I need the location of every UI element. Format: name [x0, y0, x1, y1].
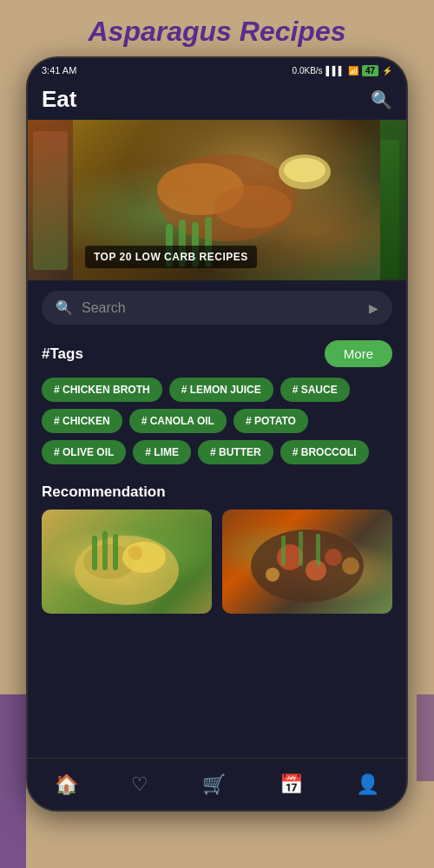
svg-rect-12	[102, 531, 108, 570]
rec-card-2[interactable]	[222, 510, 392, 614]
hero-section: TOP 20 LOW CARB RECIPES	[28, 120, 406, 280]
tag-olive-oil[interactable]: # OLIVE OIL	[42, 440, 126, 464]
signal-icon: ▌▌▌	[326, 66, 345, 76]
tag-butter[interactable]: # BUTTER	[198, 440, 273, 464]
bottom-nav: 🏠 ♡ 🛒 📅 👤	[28, 758, 406, 810]
search-input[interactable]: Search	[82, 300, 360, 316]
search-icon: 🔍	[56, 299, 73, 316]
recommendation-grid	[42, 510, 392, 614]
status-time: 3:41 AM	[42, 65, 76, 76]
tag-canola-oil[interactable]: # CANOLA OIL	[129, 409, 227, 433]
tags-header: #Tags More	[42, 340, 392, 367]
hero-side-left	[28, 120, 73, 280]
svg-point-24	[342, 557, 359, 575]
nav-cart[interactable]: 🛒	[195, 770, 233, 799]
nav-home[interactable]: 🏠	[48, 770, 85, 799]
app-name-label: Eat	[42, 86, 76, 112]
tag-sauce[interactable]: # SAUCE	[280, 378, 350, 402]
page-title: Asparagus Recipes	[0, 0, 434, 56]
nav-favorites[interactable]: ♡	[124, 770, 155, 799]
calendar-icon: 📅	[279, 773, 303, 796]
svg-rect-11	[92, 536, 97, 570]
hero-badge[interactable]: TOP 20 LOW CARB RECIPES	[85, 246, 257, 268]
nav-profile[interactable]: 👤	[349, 770, 386, 799]
recommendation-title: Recommendation	[42, 483, 392, 501]
battery-indicator: 47	[362, 65, 378, 76]
profile-icon: 👤	[356, 773, 379, 796]
more-tags-button[interactable]: More	[325, 340, 392, 367]
cart-icon: 🛒	[202, 773, 226, 796]
tag-chicken[interactable]: # CHICKEN	[42, 409, 122, 433]
top-bar: Eat Fresh 🔍	[28, 82, 406, 120]
search-bar[interactable]: 🔍 Search ▶	[42, 291, 392, 325]
wifi-icon: 📶	[348, 66, 358, 76]
hero-side-right	[380, 120, 406, 280]
tags-row-3: # OLIVE OIL # LIME # BUTTER # BROCCOLI	[42, 440, 392, 464]
home-icon: 🏠	[55, 773, 78, 796]
phone-frame: 3:41 AM 0.0KB/s ▌▌▌ 📶 47 ⚡ Eat Fresh 🔍	[26, 56, 408, 812]
svg-rect-20	[281, 536, 286, 566]
tags-row-2: # CHICKEN # CANOLA OIL # POTATO	[42, 409, 392, 433]
recommendation-section: Recommendation	[28, 477, 406, 614]
svg-point-15	[128, 546, 142, 560]
tag-potato[interactable]: # POTATO	[233, 409, 308, 433]
search-top-button[interactable]: 🔍	[371, 89, 392, 110]
rec-card-1[interactable]	[42, 510, 212, 614]
svg-rect-13	[113, 534, 118, 570]
tags-title: #Tags	[42, 345, 83, 363]
svg-point-23	[266, 568, 279, 582]
hero-main-image[interactable]: TOP 20 LOW CARB RECIPES	[73, 120, 380, 280]
network-speed: 0.0KB/s	[293, 66, 323, 76]
search-arrow-icon: ▶	[369, 301, 378, 315]
svg-point-2	[214, 185, 292, 228]
status-bar: 3:41 AM 0.0KB/s ▌▌▌ 📶 47 ⚡	[28, 58, 406, 82]
status-right: 0.0KB/s ▌▌▌ 📶 47 ⚡	[293, 65, 392, 76]
tags-row-1: # CHICKEN BROTH # LEMON JUICE # SAUCE	[42, 378, 392, 402]
svg-point-14	[122, 542, 166, 573]
heart-icon: ♡	[131, 773, 148, 796]
nav-calendar[interactable]: 📅	[273, 770, 310, 799]
tag-broccoli[interactable]: # BROCCOLI	[280, 440, 369, 464]
tags-section: #Tags More # CHICKEN BROTH # LEMON JUICE…	[28, 332, 406, 477]
svg-point-19	[325, 549, 342, 566]
tag-lime[interactable]: # LIME	[133, 440, 191, 464]
svg-rect-22	[316, 534, 320, 566]
charging-icon: ⚡	[382, 66, 392, 76]
tag-lemon-juice[interactable]: # LEMON JUICE	[169, 378, 273, 402]
tag-chicken-broth[interactable]: # CHICKEN BROTH	[42, 378, 162, 402]
svg-point-8	[284, 158, 326, 182]
svg-rect-21	[299, 531, 303, 566]
